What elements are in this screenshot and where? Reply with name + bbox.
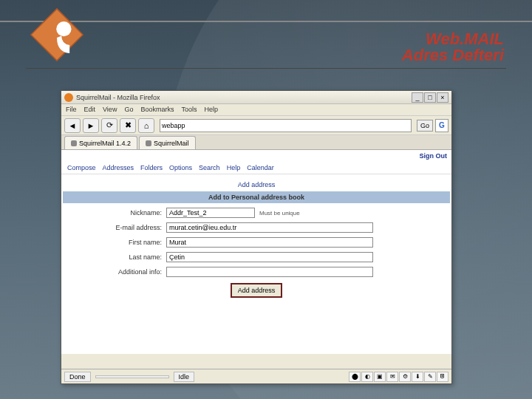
- status-icon[interactable]: ⛨: [437, 372, 449, 382]
- page-title: Web.MAIL Adres Defteri: [402, 31, 504, 64]
- label-last: Last name:: [63, 253, 166, 261]
- add-address-link[interactable]: Add address: [238, 181, 276, 188]
- window-title: SquirrelMail - Mozilla Firefox: [76, 94, 412, 101]
- menu-file[interactable]: File: [66, 106, 77, 114]
- logo: [28, 6, 86, 64]
- sm-nav: Compose Addresses Folders Options Search…: [61, 162, 451, 174]
- nav-compose[interactable]: Compose: [67, 164, 96, 171]
- go-button[interactable]: Go: [417, 120, 433, 132]
- menu-tools[interactable]: Tools: [181, 106, 197, 114]
- stop-button[interactable]: ✖: [120, 118, 136, 133]
- minimize-button[interactable]: _: [412, 92, 423, 103]
- input-last[interactable]: [166, 252, 373, 262]
- signout-link[interactable]: Sign Out: [420, 152, 448, 160]
- input-nickname[interactable]: [166, 208, 255, 218]
- label-email: E-mail address:: [63, 224, 166, 231]
- reload-button[interactable]: ⟳: [101, 118, 117, 133]
- nav-folders[interactable]: Folders: [140, 164, 163, 171]
- page-content: Sign Out Compose Addresses Folders Optio…: [61, 150, 451, 354]
- nav-options[interactable]: Options: [169, 164, 192, 171]
- status-icon[interactable]: ◐: [361, 372, 373, 382]
- add-address-button[interactable]: Add address: [231, 283, 283, 298]
- menu-edit[interactable]: Edit: [84, 106, 96, 114]
- section-header: Add to Personal address book: [63, 191, 450, 203]
- tabbar: SquirrelMail 1.4.2 SquirrelMail: [61, 135, 451, 150]
- search-engine-icon[interactable]: G: [435, 119, 449, 132]
- tab-icon: [71, 140, 77, 146]
- tab-squirrelmail-1[interactable]: SquirrelMail 1.4.2: [64, 136, 137, 149]
- home-button[interactable]: ⌂: [138, 118, 154, 133]
- status-idle: Idle: [174, 372, 195, 382]
- label-info: Additional info:: [63, 268, 166, 276]
- tab-label: SquirrelMail: [154, 140, 189, 147]
- tab-label: SquirrelMail 1.4.2: [79, 140, 131, 147]
- browser-window: SquirrelMail - Mozilla Firefox _ □ × Fil…: [61, 90, 452, 384]
- nav-calendar[interactable]: Calendar: [247, 164, 274, 171]
- menubar: File Edit View Go Bookmarks Tools Help: [61, 104, 451, 116]
- status-icon[interactable]: ⬤: [349, 372, 361, 382]
- address-form: Nickname: Must be unique E-mail address:…: [61, 203, 451, 302]
- input-info[interactable]: [166, 267, 373, 277]
- status-icon[interactable]: ⚙: [399, 372, 411, 382]
- status-icon[interactable]: ⬇: [412, 372, 423, 382]
- titlebar: SquirrelMail - Mozilla Firefox _ □ ×: [61, 91, 451, 104]
- menu-go[interactable]: Go: [124, 106, 133, 114]
- menu-view[interactable]: View: [103, 106, 117, 114]
- url-input[interactable]: [160, 119, 412, 132]
- label-nickname: Nickname:: [63, 209, 166, 216]
- label-first: First name:: [63, 239, 166, 246]
- firefox-icon: [64, 93, 73, 102]
- maximize-button[interactable]: □: [424, 92, 436, 103]
- tab-squirrelmail-2[interactable]: SquirrelMail: [139, 136, 196, 149]
- hint-nickname: Must be unique: [259, 210, 300, 216]
- nav-addresses[interactable]: Addresses: [103, 164, 134, 171]
- svg-marker-0: [31, 9, 83, 61]
- nav-search[interactable]: Search: [199, 164, 220, 171]
- menu-bookmarks[interactable]: Bookmarks: [140, 106, 174, 114]
- forward-button[interactable]: ►: [83, 118, 99, 133]
- status-icon[interactable]: ✎: [424, 372, 436, 382]
- statusbar: Done Idle ⬤ ◐ ▣ ✉ ⚙ ⬇ ✎ ⛨: [61, 369, 451, 383]
- toolbar: ◄ ► ⟳ ✖ ⌂ Go G: [61, 116, 451, 135]
- status-icon[interactable]: ▣: [374, 372, 386, 382]
- status-icons: ⬤ ◐ ▣ ✉ ⚙ ⬇ ✎ ⛨: [349, 372, 449, 382]
- svg-point-1: [56, 21, 71, 36]
- tab-icon: [146, 140, 151, 146]
- status-done: Done: [64, 372, 91, 382]
- close-button[interactable]: ×: [437, 92, 449, 103]
- input-first[interactable]: [166, 237, 373, 248]
- nav-help[interactable]: Help: [227, 164, 241, 171]
- menu-help[interactable]: Help: [204, 106, 218, 114]
- back-button[interactable]: ◄: [64, 118, 81, 133]
- input-email[interactable]: [166, 222, 373, 233]
- status-icon[interactable]: ✉: [386, 372, 398, 382]
